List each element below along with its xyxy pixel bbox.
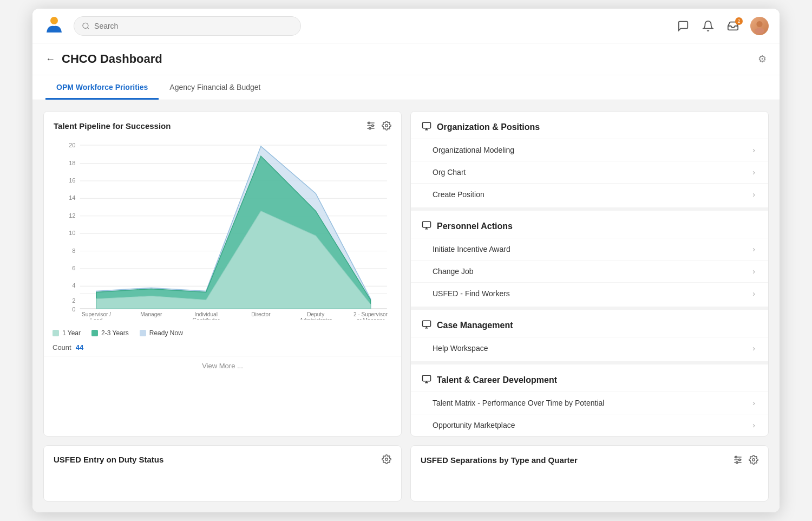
search-bar[interactable] — [74, 16, 301, 36]
search-input[interactable] — [94, 22, 293, 30]
chart-legend: 1 Year 2-3 Years Ready Now — [44, 325, 401, 341]
chart-settings-icon[interactable] — [365, 120, 376, 131]
settings-icon-button[interactable]: ⚙ — [758, 53, 767, 65]
page-header: ← CHCO Dashboard ⚙ — [32, 43, 780, 75]
svg-point-66 — [736, 461, 738, 463]
nav-icons: 2 — [676, 17, 769, 35]
svg-text:4: 4 — [72, 282, 75, 289]
menu-initiate-incentive-award[interactable]: Initiate Incentive Award › — [411, 238, 768, 260]
usfed-separations-title: USFED Separations by Type and Quarter — [421, 455, 578, 465]
menu-change-job[interactable]: Change Job › — [411, 260, 768, 282]
svg-point-9 — [372, 125, 374, 126]
chevron-right-icon: › — [752, 399, 755, 407]
menu-opportunity-marketplace-label: Opportunity Marketplace — [433, 421, 515, 429]
back-button[interactable]: ← — [45, 54, 55, 65]
usfed-separations-actions — [732, 454, 758, 465]
count-row: Count 44 — [44, 341, 401, 356]
svg-text:Deputy: Deputy — [307, 311, 325, 317]
menu-usfed-find-workers-label: USFED - Find Workers — [433, 289, 510, 298]
org-positions-title: Organization & Positions — [437, 122, 540, 132]
notifications-icon-button[interactable] — [700, 18, 716, 34]
menu-talent-matrix[interactable]: Talent Matrix - Performance Over Time by… — [411, 392, 768, 414]
top-navigation: 2 — [32, 9, 780, 43]
talent-pipeline-gear-icon[interactable] — [382, 121, 391, 131]
svg-point-64 — [735, 456, 737, 458]
svg-text:16: 16 — [69, 177, 75, 184]
talent-pipeline-card: Talent Pipeline for Succession — [43, 111, 402, 437]
legend-dot-2-3years — [91, 330, 98, 336]
menu-usfed-find-workers[interactable]: USFED - Find Workers › — [411, 282, 768, 304]
menu-initiate-incentive-award-label: Initiate Incentive Award — [433, 245, 510, 253]
svg-rect-54 — [423, 321, 431, 327]
svg-point-11 — [385, 125, 388, 127]
user-avatar[interactable] — [750, 17, 769, 35]
case-management-section-header: Case Management — [411, 307, 768, 337]
svg-rect-51 — [423, 222, 431, 227]
right-panel: Organization & Positions Organizational … — [410, 111, 769, 437]
menu-org-chart[interactable]: Org Chart › — [411, 161, 768, 183]
chevron-right-icon: › — [752, 289, 755, 298]
legend-label-readynow: Ready Now — [149, 329, 183, 337]
svg-text:Supervisor /: Supervisor / — [82, 311, 111, 317]
search-icon — [82, 22, 90, 30]
svg-text:18: 18 — [69, 160, 75, 166]
svg-text:Manager: Manager — [140, 311, 162, 317]
svg-text:Administrator: Administrator — [299, 317, 332, 320]
svg-point-3 — [756, 21, 762, 27]
talent-career-icon — [422, 374, 431, 386]
workday-logo[interactable] — [43, 15, 65, 37]
chart-container: 20 18 16 14 12 10 8 6 4 2 0 — [44, 135, 401, 325]
svg-text:Contributor: Contributor — [193, 317, 220, 320]
svg-text:20: 20 — [69, 142, 75, 148]
talent-pipeline-title: Talent Pipeline for Succession — [54, 121, 171, 131]
menu-create-position[interactable]: Create Position › — [411, 183, 768, 205]
count-value: 44 — [76, 343, 83, 351]
svg-point-4 — [755, 28, 764, 34]
usfed-entry-content — [44, 468, 401, 501]
menu-help-workspace[interactable]: Help Workspace › — [411, 337, 768, 359]
talent-pipeline-actions — [365, 120, 391, 131]
tab-opm-workforce[interactable]: OPM Workforce Priorities — [45, 75, 159, 100]
sep-gear-icon[interactable] — [749, 455, 758, 465]
legend-label-1year: 1 Year — [62, 329, 81, 337]
svg-text:or Manager: or Manager — [357, 317, 385, 320]
svg-point-67 — [752, 459, 755, 461]
messages-icon-button[interactable] — [676, 18, 691, 34]
view-more-button[interactable]: View More ... — [44, 356, 401, 375]
menu-organizational-modeling-label: Organizational Modeling — [433, 146, 514, 154]
talent-career-section-header: Talent & Career Development — [411, 361, 768, 392]
org-positions-section-header: Organization & Positions — [411, 112, 768, 139]
sep-chart-settings-icon[interactable] — [732, 454, 743, 465]
svg-line-2 — [87, 27, 89, 29]
svg-text:Individual: Individual — [194, 311, 218, 317]
legend-label-2-3years: 2-3 Years — [101, 329, 129, 337]
legend-dot-1year — [53, 330, 59, 336]
chevron-right-icon: › — [752, 245, 755, 253]
svg-point-65 — [739, 459, 741, 460]
svg-text:6: 6 — [72, 265, 75, 271]
usfed-entry-duty-card: USFED Entry on Duty Status — [43, 445, 402, 502]
talent-career-title: Talent & Career Development — [437, 375, 557, 385]
menu-change-job-label: Change Job — [433, 267, 474, 276]
tab-bar: OPM Workforce Priorities Agency Financia… — [32, 75, 780, 100]
svg-text:2 - Supervisor: 2 - Supervisor — [353, 311, 388, 317]
tab-agency-financial[interactable]: Agency Financial & Budget — [159, 75, 271, 100]
chevron-right-icon: › — [752, 146, 755, 154]
chart-svg: 20 18 16 14 12 10 8 6 4 2 0 — [53, 135, 392, 320]
usfed-separations-card: USFED Separations by Type and Quarter — [410, 445, 769, 502]
case-management-title: Case Management — [437, 321, 513, 330]
menu-organizational-modeling[interactable]: Organizational Modeling › — [411, 139, 768, 161]
usfed-entry-actions — [382, 454, 391, 464]
chevron-right-icon: › — [752, 267, 755, 276]
chevron-right-icon: › — [752, 168, 755, 177]
svg-text:8: 8 — [72, 248, 75, 254]
chevron-right-icon: › — [752, 344, 755, 353]
svg-point-8 — [368, 122, 370, 123]
personnel-actions-icon — [422, 220, 431, 232]
svg-text:0: 0 — [72, 306, 75, 312]
menu-opportunity-marketplace[interactable]: Opportunity Marketplace › — [411, 414, 768, 436]
talent-pipeline-header: Talent Pipeline for Succession — [44, 112, 401, 135]
usfed-entry-gear-icon[interactable] — [382, 454, 391, 464]
inbox-icon-button[interactable]: 2 — [725, 18, 741, 34]
personnel-actions-title: Personnel Actions — [437, 222, 513, 231]
